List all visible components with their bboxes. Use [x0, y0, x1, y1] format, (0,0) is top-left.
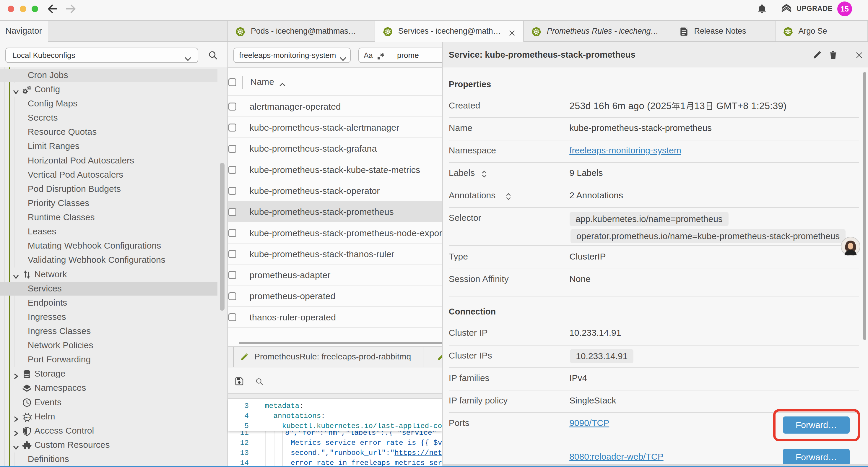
svg-text:HELM: HELM — [24, 416, 30, 418]
